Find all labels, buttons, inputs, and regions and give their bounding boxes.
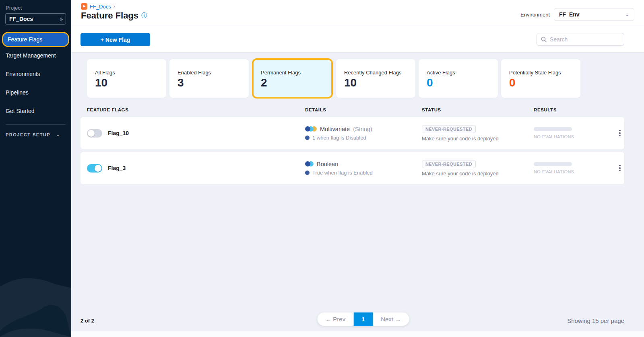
search-icon [541,37,547,42]
evaluations-bar [534,162,572,166]
toolbar: + New Flag [71,25,644,53]
stat-value: 3 [178,76,241,89]
multivariate-type-icon [305,126,317,132]
feature-flags-module-icon: ⚑ [81,3,87,10]
stat-card-active-flags[interactable]: Active Flags 0 [419,59,498,98]
content-area: All Flags 10 Enabled Flags 3 Permanent F… [71,53,644,331]
next-page-button[interactable]: Next → [373,312,409,326]
status-hint-text: Make sure your code is deployed [422,171,499,177]
stat-card-potentially-stale-flags[interactable]: Potentially Stale Flags 0 [501,59,580,98]
row-options-kebab-icon[interactable] [617,162,623,174]
column-header-feature-flags: FEATURE FLAGS [87,107,305,112]
sidebar-item-pipelines[interactable]: Pipelines [0,86,71,99]
sidebar-item-target-management[interactable]: Target Management [0,49,71,62]
sidebar-item-environments[interactable]: Environments [0,67,71,81]
flag-toggle-off[interactable] [87,129,102,138]
new-flag-button[interactable]: + New Flag [80,33,150,46]
page-size-text: Showing 15 per page [567,317,624,324]
column-header-results: RESULTS [534,107,615,112]
stat-card-enabled-flags[interactable]: Enabled Flags 3 [169,59,249,98]
chevron-double-right-icon[interactable]: » [60,16,62,22]
default-rule-text: 1 when flag is Disabled [312,135,366,141]
project-setup-label: PROJECT SETUP [6,132,50,137]
stat-value: 2 [261,76,324,89]
table-row-flag-10[interactable]: Flag_10 Multivariate (String) 1 when fla… [80,117,624,149]
page-1-button[interactable]: 1 [353,312,373,326]
column-header-status: STATUS [422,107,534,112]
info-icon[interactable]: ⓘ [141,12,147,19]
environment-value: FF_Env [559,11,580,18]
chevron-down-icon: ⌄ [56,132,60,138]
flag-name[interactable]: Flag_3 [108,165,126,171]
default-variation-dot-icon [305,136,310,140]
row-options-kebab-icon[interactable] [617,127,623,139]
column-header-details: DETAILS [305,107,422,112]
page-header: ⚑ FF_Docs › Feature Flags ⓘ Environment … [71,0,644,25]
stat-value: 10 [95,76,158,89]
project-label: Project [0,5,71,11]
stat-label: Potentially Stale Flags [509,70,572,76]
stat-card-all-flags[interactable]: All Flags 10 [87,59,166,98]
default-variation-dot-icon [305,171,310,175]
search-input[interactable] [550,36,614,43]
sidebar-section-project-setup[interactable]: PROJECT SETUP ⌄ [0,130,71,139]
stat-card-permanent-flags[interactable]: Permanent Flags 2 [252,58,333,99]
chevron-right-icon: › [114,4,115,9]
flag-type: Boolean [317,161,338,167]
bottom-strip [71,331,644,337]
breadcrumb: ⚑ FF_Docs › [81,3,147,10]
flag-toggle-on[interactable] [87,164,102,173]
environment-select[interactable]: FF_Env ⌄ [554,8,634,21]
sidebar: Project FF_Docs » Feature Flags Target M… [0,0,71,337]
status-badge: NEVER-REQUESTED [422,160,476,168]
sidebar-item-get-started[interactable]: Get Started [0,104,71,118]
project-name: FF_Docs [9,16,33,22]
project-selector[interactable]: FF_Docs » [5,13,66,25]
stat-label: Enabled Flags [178,70,241,76]
stats-cards-row: All Flags 10 Enabled Flags 3 Permanent F… [87,59,624,99]
boolean-type-icon [305,161,314,166]
environment-label: Environment [520,12,550,18]
page-title: Feature Flags [81,10,138,21]
annotation-ring-feature-flags: Feature Flags [2,32,69,47]
stat-value: 10 [344,76,407,89]
sidebar-decoration [0,257,71,337]
table-row-flag-3[interactable]: Flag_3 Boolean True when flag is Enabled [80,152,624,184]
pagination: ← Prev 1 Next → [317,312,409,326]
flag-name[interactable]: Flag_10 [108,130,129,136]
status-badge: NEVER-REQUESTED [422,125,476,133]
default-rule-text: True when flag is Enabled [312,170,373,176]
evaluations-text: NO EVALUATIONS [534,169,615,174]
table-header: FEATURE FLAGS DETAILS STATUS RESULTS [80,107,624,117]
main-area: ⚑ FF_Docs › Feature Flags ⓘ Environment … [71,0,644,337]
stat-value: 0 [427,76,490,89]
stat-label: Active Flags [427,70,490,76]
prev-page-button[interactable]: ← Prev [317,312,353,326]
stat-card-recently-changed-flags[interactable]: Recently Changed Flags 10 [336,59,415,98]
search-box[interactable] [537,33,624,46]
flag-type: Multivariate [320,126,350,132]
sidebar-item-feature-flags[interactable]: Feature Flags [3,33,68,46]
evaluations-text: NO EVALUATIONS [534,134,615,139]
stat-label: All Flags [95,70,158,76]
flag-type-suffix: (String) [353,126,372,132]
row-count-text: 2 of 2 [80,318,94,324]
stat-label: Permanent Flags [261,70,324,76]
breadcrumb-project-link[interactable]: FF_Docs [90,4,111,10]
stat-value: 0 [509,76,572,89]
chevron-down-icon: ⌄ [625,12,629,17]
status-hint-text: Make sure your code is deployed [422,136,499,142]
sidebar-divider [6,124,66,125]
app-window: Project FF_Docs » Feature Flags Target M… [0,0,644,337]
stat-label: Recently Changed Flags [344,70,407,76]
evaluations-bar [534,127,572,131]
